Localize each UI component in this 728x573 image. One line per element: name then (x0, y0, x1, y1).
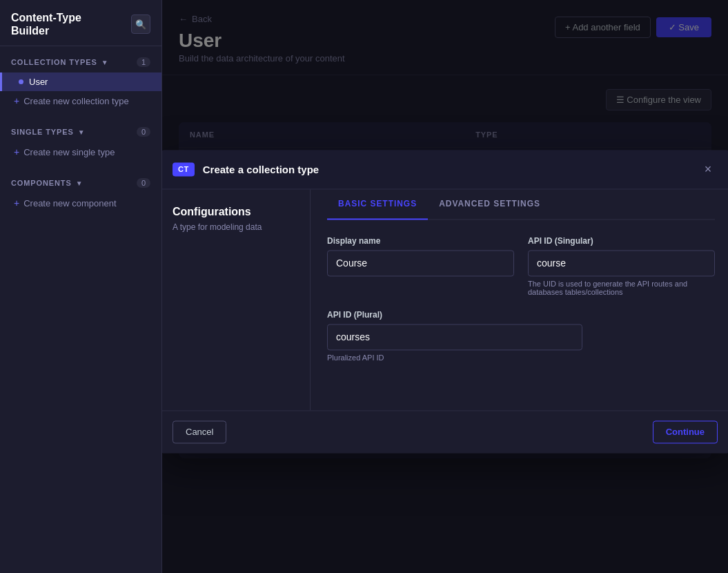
collection-types-label: COLLECTION TYPES (11, 58, 97, 66)
display-name-group: Display name (327, 236, 514, 296)
modal-header: CT Create a collection type × (162, 150, 728, 189)
single-types-section: SINGLE TYPES ▼ 0 + Create new single typ… (0, 116, 161, 167)
modal-close-button[interactable]: × (698, 159, 718, 179)
single-types-header[interactable]: SINGLE TYPES ▼ 0 (0, 122, 161, 142)
sidebar-header: Content-TypeBuilder 🔍 (0, 0, 161, 46)
config-subtitle: A type for modeling data (173, 222, 296, 232)
api-id-singular-hint: The UID is used to generate the API rout… (528, 280, 715, 296)
api-id-singular-group: API ID (Singular) The UID is used to gen… (528, 236, 715, 296)
continue-button[interactable]: Continue (653, 420, 718, 443)
modal-left-panel: Configurations A type for modeling data (162, 189, 311, 410)
components-arrow: ▼ (76, 179, 83, 187)
search-icon: 🔍 (135, 19, 146, 30)
form-row-names: Display name API ID (Singular) The UID i… (327, 236, 715, 310)
create-collection-type-button[interactable]: + Create new collection type (0, 91, 161, 110)
api-id-plural-input[interactable] (327, 324, 582, 350)
create-component-label: Create new component (23, 198, 116, 208)
sidebar-title: Content-TypeBuilder (11, 11, 81, 37)
components-label: COMPONENTS (11, 179, 72, 187)
collection-types-arrow: ▼ (101, 59, 108, 66)
components-badge: 0 (137, 178, 150, 188)
modal-right-panel: BASIC SETTINGS ADVANCED SETTINGS Display… (311, 189, 728, 410)
cancel-button[interactable]: Cancel (173, 420, 226, 443)
active-dot-icon (19, 79, 23, 84)
create-collection-type-label: Create new collection type (23, 96, 128, 106)
api-id-plural-label: API ID (Plural) (327, 310, 582, 320)
components-section: COMPONENTS ▼ 0 + Create new component (0, 167, 161, 218)
plus-icon-component: + (14, 197, 19, 208)
api-id-singular-input[interactable] (528, 250, 715, 276)
modal-tabs: BASIC SETTINGS ADVANCED SETTINGS (327, 189, 715, 220)
display-name-label: Display name (327, 236, 514, 246)
api-id-plural-hint: Pluralized API ID (327, 353, 582, 362)
api-id-singular-label: API ID (Singular) (528, 236, 715, 246)
modal-title: Create a collection type (203, 164, 690, 175)
single-types-badge: 0 (137, 127, 150, 137)
config-title: Configurations (173, 206, 296, 218)
api-id-plural-group: API ID (Plural) Pluralized API ID (327, 310, 582, 362)
main-content: ← Back User Build the data architecture … (162, 0, 728, 573)
create-single-type-label: Create new single type (23, 147, 115, 157)
display-name-input[interactable] (327, 250, 514, 276)
create-single-type-button[interactable]: + Create new single type (0, 142, 161, 162)
collection-types-section: COLLECTION TYPES ▼ 1 User + Create new c… (0, 46, 161, 116)
plus-icon: + (14, 95, 19, 106)
sidebar-item-user-label: User (29, 77, 48, 87)
sidebar-item-user[interactable]: User (0, 72, 161, 91)
single-types-arrow: ▼ (78, 128, 85, 136)
modal-body: Configurations A type for modeling data … (162, 189, 728, 410)
search-button[interactable]: 🔍 (131, 14, 150, 34)
collection-types-badge: 1 (137, 57, 150, 67)
sidebar: Content-TypeBuilder 🔍 COLLECTION TYPES ▼… (0, 0, 162, 573)
modal-badge: CT (173, 162, 195, 176)
tab-advanced-settings[interactable]: ADVANCED SETTINGS (428, 189, 551, 220)
create-component-button[interactable]: + Create new component (0, 193, 161, 213)
create-collection-type-modal: CT Create a collection type × Configurat… (162, 150, 728, 453)
modal-footer: Cancel Continue (162, 410, 728, 453)
collection-types-header[interactable]: COLLECTION TYPES ▼ 1 (0, 52, 161, 72)
single-types-label: SINGLE TYPES (11, 128, 74, 136)
tab-basic-settings[interactable]: BASIC SETTINGS (327, 189, 428, 220)
plus-icon-single: + (14, 146, 19, 157)
components-header[interactable]: COMPONENTS ▼ 0 (0, 173, 161, 193)
